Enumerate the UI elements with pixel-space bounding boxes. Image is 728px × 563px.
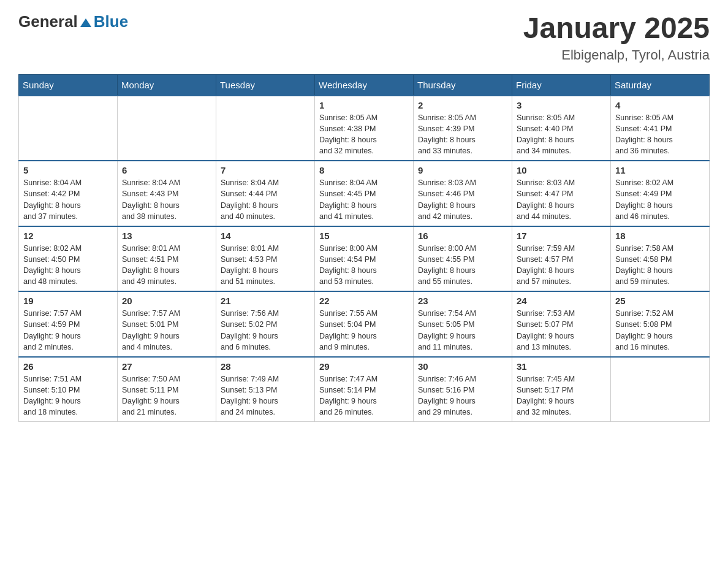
calendar-cell: 13Sunrise: 8:01 AM Sunset: 4:51 PM Dayli… — [118, 226, 216, 292]
day-number: 24 — [517, 296, 606, 306]
calendar-cell: 19Sunrise: 7:57 AM Sunset: 4:59 PM Dayli… — [19, 291, 118, 357]
day-info: Sunrise: 7:47 AM Sunset: 5:14 PM Dayligh… — [319, 373, 409, 418]
calendar-cell: 8Sunrise: 8:04 AM Sunset: 4:45 PM Daylig… — [315, 161, 414, 226]
day-number: 1 — [319, 100, 409, 110]
day-info: Sunrise: 7:53 AM Sunset: 5:07 PM Dayligh… — [517, 308, 606, 353]
day-info: Sunrise: 8:01 AM Sunset: 4:51 PM Dayligh… — [122, 243, 211, 288]
day-info: Sunrise: 7:51 AM Sunset: 5:10 PM Dayligh… — [23, 373, 113, 418]
calendar-cell: 14Sunrise: 8:01 AM Sunset: 4:53 PM Dayli… — [216, 226, 315, 292]
day-info: Sunrise: 8:05 AM Sunset: 4:39 PM Dayligh… — [418, 112, 507, 157]
weekday-header-row: Sunday Monday Tuesday Wednesday Thursday… — [19, 74, 710, 96]
calendar-cell: 7Sunrise: 8:04 AM Sunset: 4:44 PM Daylig… — [216, 161, 315, 226]
calendar-cell — [19, 96, 118, 161]
day-number: 7 — [221, 165, 310, 175]
calendar-table: Sunday Monday Tuesday Wednesday Thursday… — [18, 74, 710, 423]
day-number: 11 — [615, 165, 705, 175]
day-number: 5 — [23, 165, 113, 175]
day-number: 15 — [319, 231, 409, 241]
day-info: Sunrise: 8:00 AM Sunset: 4:54 PM Dayligh… — [319, 243, 409, 288]
calendar-cell: 25Sunrise: 7:52 AM Sunset: 5:08 PM Dayli… — [611, 291, 710, 357]
day-info: Sunrise: 8:04 AM Sunset: 4:44 PM Dayligh… — [221, 177, 310, 222]
logo-triangle-icon — [80, 17, 91, 28]
day-info: Sunrise: 8:02 AM Sunset: 4:49 PM Dayligh… — [615, 177, 705, 222]
logo-blue-text: Blue — [94, 12, 128, 31]
calendar-cell: 18Sunrise: 7:58 AM Sunset: 4:58 PM Dayli… — [611, 226, 710, 292]
day-info: Sunrise: 8:04 AM Sunset: 4:42 PM Dayligh… — [23, 177, 113, 222]
calendar-cell: 24Sunrise: 7:53 AM Sunset: 5:07 PM Dayli… — [512, 291, 611, 357]
day-number: 27 — [122, 361, 211, 372]
day-info: Sunrise: 8:03 AM Sunset: 4:46 PM Dayligh… — [418, 177, 507, 222]
day-number: 22 — [319, 296, 409, 306]
calendar-cell: 10Sunrise: 8:03 AM Sunset: 4:47 PM Dayli… — [512, 161, 611, 226]
day-info: Sunrise: 7:59 AM Sunset: 4:57 PM Dayligh… — [517, 243, 606, 288]
header-wednesday: Wednesday — [315, 74, 414, 96]
day-number: 29 — [319, 361, 409, 372]
day-info: Sunrise: 7:57 AM Sunset: 4:59 PM Dayligh… — [23, 308, 113, 353]
day-number: 4 — [615, 100, 705, 110]
day-info: Sunrise: 7:49 AM Sunset: 5:13 PM Dayligh… — [221, 373, 310, 418]
day-info: Sunrise: 8:02 AM Sunset: 4:50 PM Dayligh… — [23, 243, 113, 288]
calendar-cell: 16Sunrise: 8:00 AM Sunset: 4:55 PM Dayli… — [414, 226, 512, 292]
day-info: Sunrise: 8:03 AM Sunset: 4:47 PM Dayligh… — [517, 177, 606, 222]
calendar-cell: 30Sunrise: 7:46 AM Sunset: 5:16 PM Dayli… — [414, 357, 512, 422]
day-info: Sunrise: 8:05 AM Sunset: 4:41 PM Dayligh… — [615, 112, 705, 157]
day-number: 8 — [319, 165, 409, 175]
calendar-cell: 6Sunrise: 8:04 AM Sunset: 4:43 PM Daylig… — [118, 161, 216, 226]
calendar-cell: 4Sunrise: 8:05 AM Sunset: 4:41 PM Daylig… — [611, 96, 710, 161]
day-number: 25 — [615, 296, 705, 306]
calendar-cell — [611, 357, 710, 422]
calendar-title: January 2025 — [523, 12, 710, 45]
day-number: 18 — [615, 231, 705, 241]
header-thursday: Thursday — [414, 74, 512, 96]
day-number: 16 — [418, 231, 507, 241]
calendar-cell: 11Sunrise: 8:02 AM Sunset: 4:49 PM Dayli… — [611, 161, 710, 226]
header-monday: Monday — [118, 74, 216, 96]
calendar-cell — [118, 96, 216, 161]
header-sunday: Sunday — [19, 74, 118, 96]
calendar-cell: 1Sunrise: 8:05 AM Sunset: 4:38 PM Daylig… — [315, 96, 414, 161]
day-info: Sunrise: 8:01 AM Sunset: 4:53 PM Dayligh… — [221, 243, 310, 288]
day-info: Sunrise: 8:05 AM Sunset: 4:40 PM Dayligh… — [517, 112, 606, 157]
svg-marker-0 — [80, 18, 91, 27]
day-number: 13 — [122, 231, 211, 241]
header-saturday: Saturday — [611, 74, 710, 96]
day-number: 23 — [418, 296, 507, 306]
calendar-cell — [216, 96, 315, 161]
day-info: Sunrise: 8:04 AM Sunset: 4:43 PM Dayligh… — [122, 177, 211, 222]
day-number: 6 — [122, 165, 211, 175]
calendar-cell: 17Sunrise: 7:59 AM Sunset: 4:57 PM Dayli… — [512, 226, 611, 292]
logo: General Blue — [18, 12, 128, 31]
calendar-week-row: 5Sunrise: 8:04 AM Sunset: 4:42 PM Daylig… — [19, 161, 710, 226]
day-info: Sunrise: 7:57 AM Sunset: 5:01 PM Dayligh… — [122, 308, 211, 353]
calendar-cell: 26Sunrise: 7:51 AM Sunset: 5:10 PM Dayli… — [19, 357, 118, 422]
day-number: 31 — [517, 361, 606, 372]
day-number: 9 — [418, 165, 507, 175]
logo-general-text: General — [18, 12, 78, 31]
day-info: Sunrise: 7:55 AM Sunset: 5:04 PM Dayligh… — [319, 308, 409, 353]
calendar-cell: 29Sunrise: 7:47 AM Sunset: 5:14 PM Dayli… — [315, 357, 414, 422]
calendar-cell: 23Sunrise: 7:54 AM Sunset: 5:05 PM Dayli… — [414, 291, 512, 357]
day-number: 17 — [517, 231, 606, 241]
day-info: Sunrise: 7:50 AM Sunset: 5:11 PM Dayligh… — [122, 373, 211, 418]
day-info: Sunrise: 7:52 AM Sunset: 5:08 PM Dayligh… — [615, 308, 705, 353]
day-number: 10 — [517, 165, 606, 175]
day-number: 19 — [23, 296, 113, 306]
calendar-cell: 5Sunrise: 8:04 AM Sunset: 4:42 PM Daylig… — [19, 161, 118, 226]
calendar-week-row: 26Sunrise: 7:51 AM Sunset: 5:10 PM Dayli… — [19, 357, 710, 422]
calendar-week-row: 19Sunrise: 7:57 AM Sunset: 4:59 PM Dayli… — [19, 291, 710, 357]
page-header: General Blue January 2025 Elbigenalp, Ty… — [18, 12, 710, 63]
calendar-cell: 31Sunrise: 7:45 AM Sunset: 5:17 PM Dayli… — [512, 357, 611, 422]
calendar-cell: 12Sunrise: 8:02 AM Sunset: 4:50 PM Dayli… — [19, 226, 118, 292]
day-number: 14 — [221, 231, 310, 241]
day-number: 3 — [517, 100, 606, 110]
calendar-cell: 3Sunrise: 8:05 AM Sunset: 4:40 PM Daylig… — [512, 96, 611, 161]
day-number: 28 — [221, 361, 310, 372]
calendar-cell: 22Sunrise: 7:55 AM Sunset: 5:04 PM Dayli… — [315, 291, 414, 357]
day-info: Sunrise: 8:05 AM Sunset: 4:38 PM Dayligh… — [319, 112, 409, 157]
calendar-cell: 15Sunrise: 8:00 AM Sunset: 4:54 PM Dayli… — [315, 226, 414, 292]
calendar-subtitle: Elbigenalp, Tyrol, Austria — [523, 47, 710, 63]
day-number: 21 — [221, 296, 310, 306]
calendar-cell: 20Sunrise: 7:57 AM Sunset: 5:01 PM Dayli… — [118, 291, 216, 357]
calendar-cell: 28Sunrise: 7:49 AM Sunset: 5:13 PM Dayli… — [216, 357, 315, 422]
day-number: 20 — [122, 296, 211, 306]
